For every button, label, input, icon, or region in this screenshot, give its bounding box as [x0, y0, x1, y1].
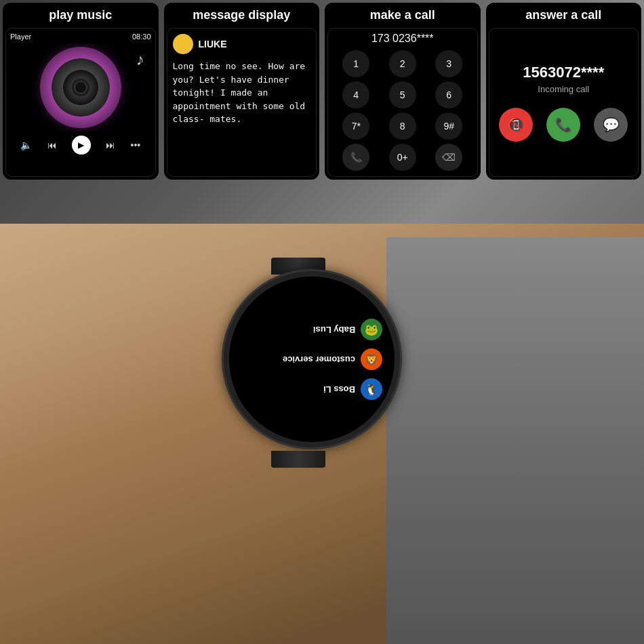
vinyl-center: [74, 81, 87, 94]
dial-2[interactable]: 2: [389, 50, 416, 77]
feature-panels: play music Player 08:30 ♪ 🔈 ⏮ ▶ ⏭ ••• me: [0, 0, 644, 182]
answer-panel: answer a call 1563072**** Incoming call …: [486, 3, 642, 180]
dial-1[interactable]: 1: [342, 50, 369, 77]
dial-6[interactable]: 6: [435, 81, 462, 108]
contact-name-3: Boss Li: [323, 384, 355, 395]
contact-avatar-1: 🐸: [361, 319, 382, 340]
player-label: Player: [10, 33, 31, 41]
watch-contact-3: Boss Li 🐧: [241, 378, 382, 400]
prev-icon[interactable]: ⏮: [47, 140, 57, 150]
music-panel: play music Player 08:30 ♪ 🔈 ⏮ ▶ ⏭ •••: [3, 3, 159, 180]
dialer-screen: 173 0236**** 1 2 3 4 5 6 7* 8 9# 📞 0+ ⌫: [327, 28, 478, 177]
answer-header: answer a call: [486, 3, 642, 28]
dialer-panel: make a call 173 0236**** 1 2 3 4 5 6 7* …: [325, 3, 481, 180]
dial-0plus[interactable]: 0+: [389, 144, 416, 171]
music-note-icon: ♪: [136, 50, 144, 69]
suit-background: [386, 237, 644, 644]
watch-body: Baby Lusi 🐸 customer service 🦁 Boss Li 🐧: [224, 271, 400, 447]
dial-9hash[interactable]: 9#: [435, 113, 462, 140]
dial-8[interactable]: 8: [389, 113, 416, 140]
message-body: Long time no see. How are you? Let's hav…: [173, 60, 311, 126]
watch-contact-2: customer service 🦁: [241, 348, 382, 370]
next-icon[interactable]: ⏭: [106, 140, 115, 150]
music-top-bar: Player 08:30: [10, 33, 151, 41]
incoming-number: 1563072****: [523, 64, 604, 81]
music-header: play music: [3, 3, 159, 28]
dial-5[interactable]: 5: [389, 81, 416, 108]
sender-avatar: [173, 34, 193, 54]
decline-button[interactable]: 📵: [499, 108, 533, 142]
dialer-number: 173 0236****: [332, 33, 473, 45]
watch-contact-1: Baby Lusi 🐸: [241, 319, 382, 340]
dial-4[interactable]: 4: [342, 81, 369, 108]
dial-call[interactable]: 📞: [342, 144, 369, 171]
message-header: message display: [164, 3, 320, 28]
play-button[interactable]: ▶: [72, 136, 91, 155]
vinyl-disc: [40, 47, 121, 128]
music-controls: 🔈 ⏮ ▶ ⏭ •••: [10, 132, 151, 159]
message-button[interactable]: 💬: [594, 108, 628, 142]
incoming-label: Incoming call: [538, 84, 589, 94]
music-screen: Player 08:30 ♪ 🔈 ⏮ ▶ ⏭ •••: [5, 28, 156, 177]
contact-avatar-3: 🐧: [361, 378, 382, 400]
dial-7star[interactable]: 7*: [342, 113, 369, 140]
dialer-header: make a call: [325, 3, 481, 28]
dial-delete[interactable]: ⌫: [435, 144, 462, 171]
message-screen: LIUKE Long time no see. How are you? Let…: [167, 28, 317, 177]
contact-name-1: Baby Lusi: [313, 325, 355, 335]
player-time: 08:30: [132, 33, 151, 41]
dialer-grid: 1 2 3 4 5 6 7* 8 9# 📞 0+ ⌫: [332, 50, 473, 171]
call-actions: 📵 📞 💬: [499, 108, 628, 142]
watch: Baby Lusi 🐸 customer service 🦁 Boss Li 🐧: [210, 258, 414, 461]
watch-strap-bottom: [271, 451, 325, 468]
contact-avatar-2: 🦁: [361, 348, 382, 370]
contact-name-2: customer service: [283, 355, 355, 365]
sender-name: LIUKE: [199, 39, 227, 49]
message-sender-header: LIUKE: [173, 34, 311, 54]
dial-3[interactable]: 3: [435, 50, 462, 77]
more-icon[interactable]: •••: [131, 140, 141, 150]
vinyl-container: ♪: [10, 43, 151, 132]
accept-button[interactable]: 📞: [546, 108, 580, 142]
volume-icon[interactable]: 🔈: [20, 140, 32, 150]
watch-screen: Baby Lusi 🐸 customer service 🦁 Boss Li 🐧: [229, 277, 395, 442]
answer-screen: 1563072**** Incoming call 📵 📞 💬: [489, 28, 639, 177]
message-panel: message display LIUKE Long time no see. …: [164, 3, 320, 180]
